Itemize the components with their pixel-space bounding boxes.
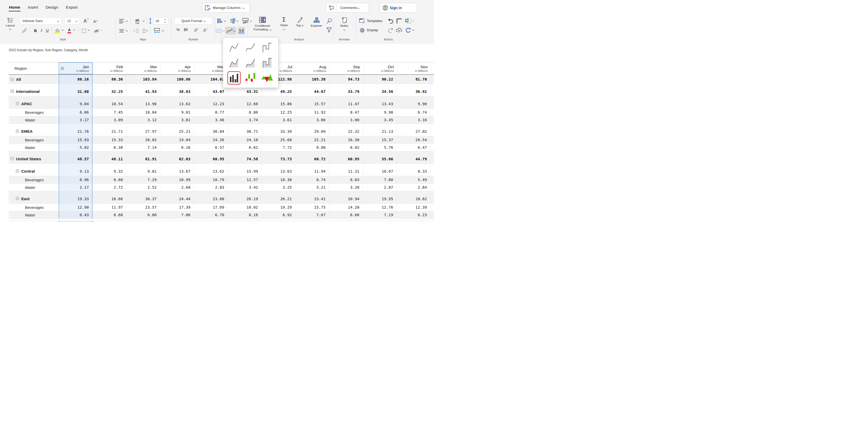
cell-water-jan[interactable]: 5.82 [59,144,93,151]
row-header-all[interactable]: All [9,75,59,84]
chevron-down-icon[interactable] [143,20,145,22]
cell-beverages-jan[interactable]: 6.96 [59,176,93,183]
cell-water-feb[interactable]: 3.09 [92,116,126,124]
cell-beverages-sep[interactable]: 8.03 [329,176,363,183]
row-header-water[interactable]: Water [9,144,59,151]
notes-button[interactable]: Notes [336,17,352,30]
row-header-beverages[interactable]: Beverages [9,108,59,116]
cell-beverages-jul[interactable]: 19.29 [261,203,295,211]
cell-water-nov[interactable]: 3.16 [397,116,430,124]
cell-water-feb[interactable]: 6.68 [92,211,126,219]
cell-water-mar[interactable]: 2.52 [126,184,160,191]
cell-beverages-jan[interactable]: 6.66 [59,108,93,116]
cell-all-nov[interactable]: 81.70 [397,75,430,84]
cell-united-states-jul[interactable]: 73.73 [261,151,295,163]
cell-beverages-mar[interactable]: 10.84 [126,108,160,116]
cell-central-sep[interactable]: 11.31 [329,164,363,176]
cell-water-sep[interactable]: 6.66 [329,211,363,219]
cell-beverages-jan[interactable]: 15.93 [59,136,93,144]
cell-international-mar[interactable]: 41.93 [126,84,160,96]
region-column-header[interactable]: Region [9,62,59,74]
cell-beverages-nov[interactable]: 20.54 [397,136,430,144]
cell-apac-jun[interactable]: 12.60 [227,96,261,108]
cell-east-aug[interactable]: 23.41 [295,191,329,203]
export-excel-button[interactable] [405,18,411,24]
cell-water-jul[interactable]: 6.92 [261,211,295,219]
cell-apac-mar[interactable]: 13.96 [126,96,160,108]
cell-beverages-nov[interactable]: 6.74 [397,108,430,116]
totals-button[interactable]: Σ Totals [277,17,291,30]
cell-international-jan[interactable]: 31.60 [59,84,93,96]
collapse-icon[interactable] [16,169,19,172]
cell-east-jun[interactable]: 26.19 [227,191,261,203]
cell-beverages-may[interactable]: 8.77 [194,108,228,116]
cell-all-mar[interactable]: 103.84 [126,75,160,84]
cell-apac-may[interactable]: 12.23 [194,96,228,108]
cell-water-aug[interactable]: 6.88 [295,144,329,151]
cell-united-states-may[interactable]: 60.95 [194,151,228,163]
cell-apac-sep[interactable]: 11.47 [329,96,363,108]
cell-central-apr[interactable]: 13.67 [160,164,194,176]
conditional-formatting-button[interactable]: Conditional Formatting [250,17,275,31]
cell-international-oct[interactable]: 34.56 [363,84,397,96]
cell-water-apr[interactable]: 6.16 [160,144,194,151]
cell-water-may[interactable]: 6.57 [194,144,228,151]
row-chart-button[interactable] [217,18,223,24]
cell-water-mar[interactable]: 3.12 [126,116,160,124]
chevron-down-icon[interactable] [164,21,166,23]
cell-water-apr[interactable]: 7.06 [160,211,194,219]
row-header-international[interactable]: International [9,84,59,96]
cell-beverages-aug[interactable]: 22.21 [295,136,329,144]
percent-format-button[interactable]: % [176,27,180,32]
cell-united-states-apr[interactable]: 62.03 [160,151,194,163]
increase-decimal-button[interactable]: .0+ [193,27,198,32]
layout-button[interactable]: Layout [3,18,18,30]
cell-apac-oct[interactable]: 13.43 [363,96,397,108]
cell-emea-feb[interactable]: 21.71 [92,124,126,136]
cell-water-may[interactable]: 3.46 [194,116,228,124]
sparkline-option-smooth-line[interactable] [242,40,259,55]
cell-apac-jul[interactable]: 15.86 [261,96,295,108]
cell-emea-mar[interactable]: 27.97 [126,124,160,136]
cell-beverages-nov[interactable]: 5.49 [397,176,430,183]
currency-format-button[interactable]: $€ [184,27,188,32]
cell-east-jul[interactable]: 26.21 [261,191,295,203]
cell-beverages-feb[interactable]: 11.97 [92,203,126,211]
cell-beverages-may[interactable]: 10.79 [194,176,228,183]
cell-water-may[interactable]: 2.83 [194,184,228,191]
sign-in-button[interactable]: Sign in [380,3,417,12]
tab-design[interactable]: Design [45,4,59,11]
cell-central-may[interactable]: 13.62 [194,164,228,176]
cell-water-jan[interactable]: 3.17 [59,116,93,124]
cell-united-states-sep[interactable]: 60.95 [329,151,363,163]
column-header-sep[interactable]: Sepin Millions [330,62,364,74]
cell-international-nov[interactable]: 36.91 [397,84,430,96]
quick-format-select[interactable]: Quick Format [174,17,213,24]
cell-all-aug[interactable]: 105.38 [295,75,329,84]
collapse-icon[interactable] [11,90,13,93]
borders-button[interactable] [81,27,87,34]
cell-beverages-oct[interactable]: 9.98 [363,108,397,116]
cell-water-oct[interactable]: 5.76 [363,144,397,151]
collapse-icon[interactable] [11,78,13,81]
cell-beverages-apr[interactable]: 19.04 [160,136,194,144]
column-header-apr[interactable]: Aprin Millions [160,62,194,74]
cell-all-jan[interactable]: 80.16 [59,75,93,84]
decrease-indent-button[interactable] [133,28,140,34]
cell-beverages-feb[interactable]: 7.45 [92,108,126,116]
decrease-font-button[interactable]: A [92,18,99,25]
cell-emea-sep[interactable]: 22.32 [329,124,363,136]
cell-beverages-may[interactable]: 24.26 [194,136,228,144]
column-header-oct[interactable]: Octin Millions [364,62,397,74]
sparkline-option-step-line[interactable] [259,40,276,55]
templates-button[interactable]: Templates [367,19,382,23]
cell-beverages-sep[interactable]: 14.28 [329,203,363,211]
cell-beverages-oct[interactable]: 15.37 [363,136,397,144]
cell-central-jan[interactable]: 9.13 [59,164,93,176]
column-header-aug[interactable]: Augin Millions [296,62,330,74]
cell-emea-jun[interactable]: 30.71 [227,124,261,136]
chevron-down-icon[interactable] [162,29,164,31]
cell-apac-apr[interactable]: 13.62 [160,96,194,108]
row-header-water[interactable]: Water [9,116,59,124]
chevron-down-icon[interactable] [224,20,226,22]
